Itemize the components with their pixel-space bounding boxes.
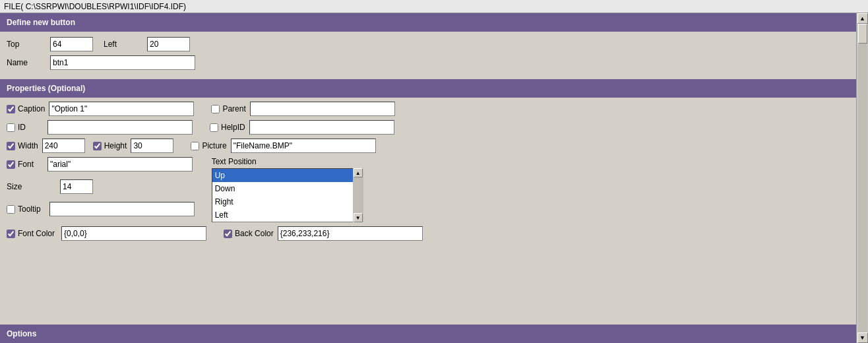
scroll-thumb[interactable]: [858, 24, 867, 44]
width-checkbox[interactable]: [7, 142, 15, 150]
tooltip-input[interactable]: [49, 202, 195, 216]
font-row: Font: [7, 157, 195, 172]
title-bar: FILE( C:\SSRPWI\DOUBLES\RPWI1\IDF\IDF4.I…: [0, 0, 868, 13]
height-input[interactable]: [131, 139, 173, 153]
size-label: Size: [7, 182, 46, 191]
define-section-header: Define new button: [0, 13, 856, 32]
left-label: Left: [104, 40, 143, 49]
name-label: Name: [7, 58, 46, 67]
caption-input[interactable]: [49, 102, 194, 116]
size-row: Size: [7, 179, 195, 194]
fontcolor-backcolor-row: Font Color Back Color: [7, 226, 850, 241]
parent-checkbox-label[interactable]: Parent: [211, 104, 245, 113]
caption-checkbox-label[interactable]: Caption: [7, 104, 45, 113]
font-input[interactable]: [47, 157, 193, 172]
id-input[interactable]: [47, 120, 193, 135]
caption-checkbox[interactable]: [7, 105, 15, 113]
helpid-input[interactable]: [249, 120, 394, 135]
top-input[interactable]: 64: [50, 37, 93, 51]
top-level-form: Top 64 Left 20 Name btn1: [0, 32, 856, 79]
scroll-up-button[interactable]: ▲: [857, 13, 868, 24]
list-item-up[interactable]: Up: [212, 169, 363, 182]
left-input[interactable]: 20: [147, 37, 190, 51]
caption-parent-row: Caption Parent: [7, 102, 850, 116]
font-color-checkbox[interactable]: [7, 230, 15, 238]
height-checkbox[interactable]: [93, 142, 102, 150]
helpid-checkbox[interactable]: [210, 123, 218, 132]
back-color-input[interactable]: [278, 226, 423, 241]
parent-label: Parent: [222, 104, 245, 113]
caption-label: Caption: [18, 104, 45, 113]
properties-section-header: Properties (Optional): [0, 79, 856, 98]
text-position-area: Text Position Up Down Right Left ▲ ▼: [212, 157, 363, 222]
font-color-checkbox-label[interactable]: Font Color: [7, 229, 55, 238]
options-section-label: Options: [7, 329, 36, 338]
id-label: ID: [18, 123, 26, 132]
back-color-checkbox-label[interactable]: Back Color: [224, 229, 274, 238]
width-input[interactable]: [42, 139, 85, 153]
width-height-picture-row: Width Height Picture: [7, 139, 850, 153]
height-label: Height: [104, 141, 127, 150]
font-checkbox-label[interactable]: Font: [7, 160, 34, 169]
tooltip-label: Tooltip: [18, 204, 41, 214]
options-section-header: Options: [0, 325, 856, 343]
tooltip-row: Tooltip: [7, 202, 195, 216]
title-text: FILE( C:\SSRPWI\DOUBLES\RPWI1\IDF\IDF4.I…: [4, 2, 186, 11]
list-item-down[interactable]: Down: [212, 182, 363, 195]
list-scroll-up[interactable]: ▲: [354, 168, 363, 177]
id-checkbox-label[interactable]: ID: [7, 123, 26, 132]
text-position-label: Text Position: [212, 157, 363, 166]
font-checkbox[interactable]: [7, 160, 15, 169]
back-color-label: Back Color: [235, 229, 274, 238]
main-scrollbar[interactable]: ▲ ▼: [856, 13, 868, 343]
name-input[interactable]: btn1: [50, 55, 195, 70]
size-input[interactable]: [60, 179, 93, 194]
tooltip-checkbox-label[interactable]: Tooltip: [7, 204, 41, 214]
font-color-label: Font Color: [18, 229, 55, 238]
picture-input[interactable]: [231, 139, 376, 153]
height-checkbox-label[interactable]: Height: [93, 141, 127, 150]
scroll-down-button[interactable]: ▼: [857, 332, 868, 343]
back-color-checkbox[interactable]: [224, 230, 232, 238]
main-container: Define new button Top 64 Left 20 Name bt…: [0, 13, 856, 343]
scroll-track: [858, 24, 867, 332]
list-item-left[interactable]: Left: [212, 208, 363, 222]
properties-form: Caption Parent ID HelpID: [0, 98, 856, 249]
list-scroll-track: [354, 177, 362, 213]
parent-input[interactable]: [250, 102, 395, 116]
width-label: Width: [18, 141, 38, 150]
picture-checkbox-label[interactable]: Picture: [191, 141, 226, 150]
picture-checkbox[interactable]: [191, 142, 199, 150]
id-checkbox[interactable]: [7, 123, 15, 132]
parent-checkbox[interactable]: [211, 105, 220, 113]
text-position-list[interactable]: Up Down Right Left: [212, 168, 363, 222]
font-label: Font: [18, 160, 34, 169]
list-scrollbar[interactable]: ▲ ▼: [353, 168, 363, 222]
tooltip-checkbox[interactable]: [7, 205, 15, 214]
name-row: Name btn1: [7, 55, 850, 70]
width-checkbox-label[interactable]: Width: [7, 141, 38, 150]
font-textposition-row: Font Size Tooltip Text P: [7, 157, 850, 222]
list-scroll-down[interactable]: ▼: [354, 213, 363, 222]
picture-label: Picture: [202, 141, 226, 150]
text-position-listbox[interactable]: Up Down Right Left ▲ ▼: [212, 168, 363, 222]
top-left-row: Top 64 Left 20: [7, 37, 850, 51]
helpid-label: HelpID: [221, 123, 245, 132]
id-helpid-row: ID HelpID: [7, 120, 850, 135]
helpid-checkbox-label[interactable]: HelpID: [210, 123, 245, 132]
font-color-input[interactable]: [61, 226, 206, 241]
define-section-label: Define new button: [7, 18, 75, 27]
list-item-right[interactable]: Right: [212, 195, 363, 208]
top-label: Top: [7, 40, 46, 49]
properties-section-label: Properties (Optional): [7, 84, 85, 93]
